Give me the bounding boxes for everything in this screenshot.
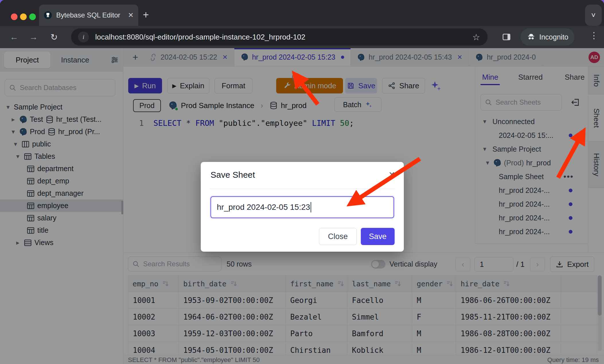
site-info-icon[interactable]: i xyxy=(78,32,89,42)
window-zoom-button[interactable] xyxy=(29,13,36,20)
url-text: localhost:8080/sql-editor/prod-sample-in… xyxy=(95,33,472,42)
sheet-name-input[interactable]: hr_prod 2024-02-05 15:23 xyxy=(211,196,394,218)
browser-navbar: ← → ↻ i localhost:8080/sql-editor/prod-s… xyxy=(0,26,604,48)
dialog-save-button[interactable]: Save xyxy=(361,228,395,245)
save-sheet-dialog: Save Sheet ✕ hr_prod 2024-02-05 15:23 Cl… xyxy=(201,162,404,252)
tab-search-button[interactable]: ˅ xyxy=(585,5,602,26)
address-bar[interactable]: i localhost:8080/sql-editor/prod-sample-… xyxy=(71,28,488,46)
text-caret xyxy=(311,202,311,212)
screenshot-root: Bytebase SQL Editor ✕ + ˅ ← → ↻ i localh… xyxy=(0,0,604,364)
window-minimize-button[interactable] xyxy=(20,13,27,20)
incognito-label: Incognito xyxy=(539,33,568,41)
new-tab-button[interactable]: + xyxy=(143,10,149,20)
forward-icon[interactable]: → xyxy=(29,32,38,42)
browser-titlebar: Bytebase SQL Editor ✕ + ˅ xyxy=(0,0,604,26)
browser-window: Bytebase SQL Editor ✕ + ˅ ← → ↻ i localh… xyxy=(0,0,604,364)
incognito-badge: Incognito xyxy=(521,28,574,46)
bytebase-favicon xyxy=(44,11,52,19)
reload-icon[interactable]: ↻ xyxy=(50,32,58,42)
back-icon[interactable]: ← xyxy=(10,32,18,42)
bookmark-star-icon[interactable]: ☆ xyxy=(472,32,480,42)
incognito-icon xyxy=(527,32,536,42)
dialog-close-icon[interactable]: ✕ xyxy=(389,170,395,179)
window-close-button[interactable] xyxy=(11,13,17,20)
browser-tab-close-icon[interactable]: ✕ xyxy=(128,11,134,19)
dialog-close-button[interactable]: Close xyxy=(319,228,357,245)
browser-tab[interactable]: Bytebase SQL Editor ✕ xyxy=(39,5,138,26)
side-panel-icon[interactable] xyxy=(501,32,512,42)
browser-tab-title: Bytebase SQL Editor xyxy=(56,11,124,19)
dialog-title: Save Sheet xyxy=(211,170,255,180)
sheet-name-value: hr_prod 2024-02-05 15:23 xyxy=(217,203,310,212)
browser-menu-icon[interactable]: ⋮ xyxy=(590,30,598,40)
